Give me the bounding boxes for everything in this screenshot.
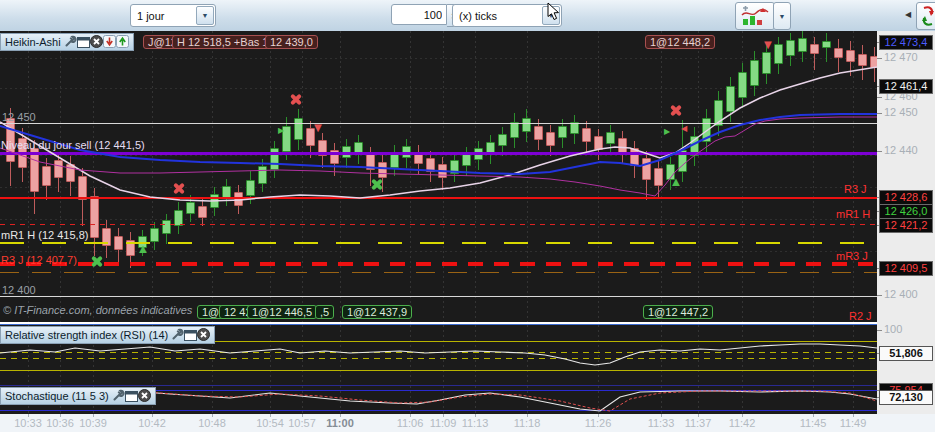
- main-chart-title: Heikin-Ashi: [5, 36, 61, 48]
- bar-count-group: ▲ ▼: [391, 4, 461, 27]
- grid-line: [28, 31, 29, 322]
- candle: [366, 154, 375, 170]
- time-axis-label: 11:37: [685, 417, 712, 429]
- main-chart-plot[interactable]: Heikin-Ashi ▲▶▼▶▲◀▼12 450Niveau du jour …: [0, 31, 877, 322]
- time-axis-label: 10:48: [198, 417, 226, 429]
- grid-line: [661, 325, 662, 385]
- candle: [462, 154, 471, 166]
- axis-tick: [877, 151, 882, 152]
- signal-marker: ▲: [670, 175, 683, 188]
- time-axis-label: 11:13: [462, 417, 489, 429]
- price-level-label: mR3 J: [836, 250, 868, 262]
- chevron-down-icon[interactable]: ▼: [196, 6, 214, 25]
- order-arrows-button[interactable]: [916, 2, 935, 30]
- grid-line: [0, 187, 877, 188]
- grid-line: [527, 31, 528, 322]
- grid-line: [813, 31, 814, 322]
- signal-marker: ▶: [664, 128, 670, 136]
- candle: [234, 192, 243, 206]
- candle: [798, 38, 807, 52]
- grid-line: [443, 325, 444, 385]
- rsi-title: Relative strength index (RSI) (14): [5, 329, 168, 341]
- window-icon[interactable]: [125, 391, 138, 402]
- candle: [426, 158, 435, 172]
- price-axis-value-box: 12 421,2: [879, 218, 933, 233]
- grid-line: [0, 219, 877, 220]
- sell-arrow-icon[interactable]: [103, 35, 116, 48]
- grid-line: [212, 31, 213, 322]
- add-indicator-button[interactable]: [735, 2, 775, 30]
- candle: [834, 48, 843, 58]
- wrench-icon[interactable]: [171, 328, 184, 341]
- grid-line: [340, 31, 341, 322]
- price-axis-label: 100: [884, 323, 902, 335]
- window-icon[interactable]: [184, 330, 197, 341]
- price-axis-value-box: 12 409,5: [879, 261, 933, 276]
- timeframe-select[interactable]: 1 jour ▼: [130, 4, 216, 27]
- candle: [42, 166, 51, 186]
- candle: [522, 118, 531, 132]
- candle: [450, 160, 459, 174]
- time-axis-label: 10:42: [138, 417, 166, 429]
- price-level-line: [0, 197, 877, 199]
- main-chart-title-icons: [64, 35, 129, 50]
- signal-marker: ▼: [312, 121, 325, 134]
- candle: [594, 136, 603, 150]
- rsi-plot[interactable]: Relative strength index (RSI) (14): [0, 324, 877, 385]
- trading-platform-window: 1 jour ▼ ▲ ▼ (x) ticks ▼ ▼ ◀: [0, 0, 935, 432]
- price-level-line: [0, 296, 877, 297]
- candle: [786, 40, 795, 56]
- price-level-line: [0, 410, 877, 411]
- trade-bubble: 1@12 446,5: [247, 305, 317, 319]
- top-toolbar: 1 jour ▼ ▲ ▼ (x) ticks ▼ ▼ ◀: [0, 0, 935, 32]
- price-axis-label: 12 450: [884, 106, 918, 118]
- grid-line: [698, 325, 699, 385]
- price-axis-value-box: 12 461,4: [879, 79, 933, 94]
- grid-line: [340, 325, 341, 385]
- window-icon[interactable]: [77, 37, 90, 48]
- time-axis-label: 11:18: [514, 417, 541, 429]
- price-level-label: Niveau du jour sell (12 441,5): [1, 139, 145, 151]
- indicator-chart-icon: [741, 6, 769, 26]
- candle: [846, 50, 855, 62]
- signal-marker: [670, 105, 683, 118]
- wrench-icon[interactable]: [112, 389, 125, 402]
- signal-marker: [173, 183, 186, 196]
- buy-arrow-icon[interactable]: [116, 35, 129, 48]
- copyright-text: © IT-Finance.com, données indicatives: [3, 304, 192, 316]
- price-level-label: 12 450: [2, 111, 36, 123]
- time-axis-label: 11:00: [326, 417, 354, 429]
- price-level-line: [0, 242, 877, 244]
- close-icon[interactable]: [197, 328, 210, 341]
- bar-count-input[interactable]: [391, 4, 447, 25]
- time-axis-label: 11:42: [729, 417, 756, 429]
- price-level-label: R3 J: [844, 183, 867, 195]
- candle: [774, 44, 783, 64]
- price-axis[interactable]: 12 47012 473,412 46012 461,412 45012 440…: [877, 31, 935, 414]
- grid-line: [475, 31, 476, 322]
- stochastic-plot[interactable]: Stochastique (11 5 3): [0, 385, 877, 414]
- candle: [642, 158, 651, 180]
- bar-unit-select[interactable]: (x) ticks ▼: [452, 4, 562, 27]
- price-level-line: [0, 152, 877, 155]
- grid-line: [598, 31, 599, 322]
- time-axis-label: 11:26: [585, 417, 612, 429]
- time-axis-label: 11:49: [840, 417, 867, 429]
- grid-line: [93, 31, 94, 322]
- collapse-panel-icon[interactable]: ◀: [905, 10, 911, 19]
- grid-line: [302, 31, 303, 322]
- signal-marker: ▶: [278, 127, 284, 135]
- candle: [294, 118, 303, 140]
- candle: [438, 164, 447, 178]
- add-indicator-menu-button[interactable]: ▼: [773, 2, 791, 30]
- grid-line: [410, 325, 411, 385]
- trade-bubble: ,5: [315, 305, 334, 319]
- signal-marker: ▼: [762, 38, 775, 51]
- wrench-icon[interactable]: [64, 35, 77, 48]
- time-axis[interactable]: 10:3310:3610:3910:4210:4810:5410:5711:00…: [0, 414, 935, 432]
- grid-line: [302, 325, 303, 385]
- close-icon[interactable]: [90, 35, 103, 48]
- candle: [198, 206, 207, 218]
- close-icon[interactable]: [138, 389, 151, 402]
- price-axis-value-box: 51,806: [879, 346, 933, 361]
